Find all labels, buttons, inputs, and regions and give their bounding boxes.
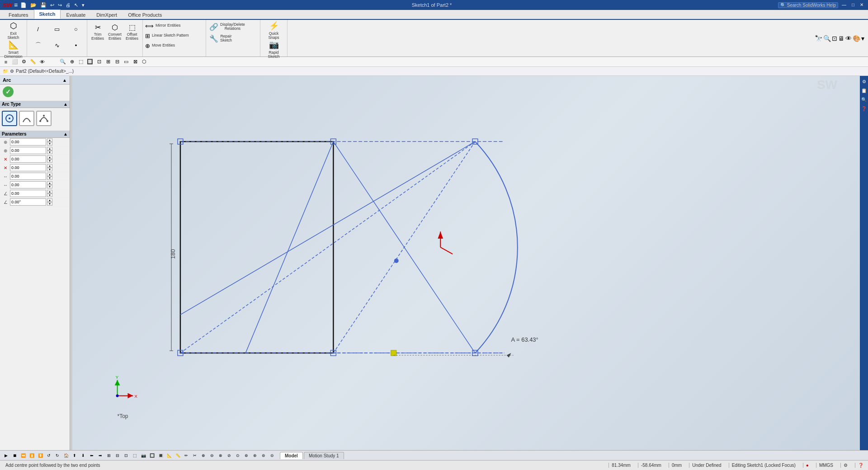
param-cx-down[interactable]: ▼	[47, 142, 52, 146]
view-icon-2[interactable]: ⊕	[68, 58, 76, 66]
bottom-toolbar-icon-22[interactable]: ✏	[182, 451, 190, 460]
param-ex-down[interactable]: ▼	[47, 159, 52, 163]
repair-sketch-button[interactable]: 🔧 RepairSketch	[208, 33, 233, 44]
right-panel-icon-2[interactable]: 📋	[860, 87, 868, 94]
redo-icon[interactable]: ↪	[57, 2, 63, 8]
bottom-toolbar-icon-21[interactable]: 📏	[174, 451, 182, 460]
bottom-toolbar-icon-16[interactable]: ⬚	[131, 451, 139, 460]
linear-sketch-pattern-button[interactable]: ⊞ Linear Sketch Pattern	[144, 31, 190, 41]
param-angle2-input[interactable]	[10, 198, 46, 206]
param-cx-up[interactable]: ▲	[47, 138, 52, 142]
undo-icon[interactable]: ↩	[49, 2, 55, 8]
bottom-toolbar-icon-3[interactable]: ⏪	[19, 451, 27, 460]
tab-office-products[interactable]: Office Products	[123, 10, 167, 19]
param-cx-input[interactable]	[10, 138, 46, 146]
view-icon-4[interactable]: 🔲	[86, 58, 94, 66]
bottom-toolbar-icon-7[interactable]: ↻	[53, 451, 61, 460]
circle-button[interactable]: ○	[67, 21, 85, 37]
center-point-arc-button[interactable]	[2, 111, 17, 126]
view-icon-7[interactable]: ⊟	[113, 58, 121, 66]
trim-entities-button[interactable]: ✂ TrimEntities	[89, 22, 106, 42]
view-icon-5[interactable]: ⊡	[95, 58, 103, 66]
convert-entities-button[interactable]: ⬡ ConvertEntities	[106, 22, 123, 42]
param-r2-up[interactable]: ▲	[47, 181, 52, 185]
open-icon[interactable]: 📂	[29, 2, 38, 8]
param-cy-up[interactable]: ▲	[47, 147, 52, 150]
dim-xpert-manager-icon[interactable]: 📏	[29, 58, 37, 66]
param-angle-down[interactable]: ▼	[47, 193, 52, 197]
bottom-toolbar-icon-1[interactable]: ▶	[2, 451, 10, 460]
offset-entities-button[interactable]: ⬚ OffsetEntities	[123, 22, 141, 42]
ok-button[interactable]: ✓	[3, 86, 14, 97]
bottom-toolbar-icon-30[interactable]: ⊛	[251, 451, 259, 460]
bottom-toolbar-icon-4[interactable]: ⏫	[28, 451, 36, 460]
bottom-toolbar-icon-5[interactable]: ⏬	[36, 451, 44, 460]
bottom-toolbar-icon-24[interactable]: ⊕	[199, 451, 208, 460]
bottom-toolbar-icon-8[interactable]: 🏠	[62, 451, 70, 460]
exit-sketch-button[interactable]: ⬡ Exit Sketch	[4, 21, 23, 40]
bottom-toolbar-icon-29[interactable]: ⊚	[242, 451, 250, 460]
right-panel-icon-3[interactable]: 🔍	[860, 96, 868, 103]
new-icon[interactable]: 📄	[19, 2, 28, 8]
tab-model[interactable]: Model	[280, 452, 303, 459]
tab-dimxpert[interactable]: DimXpert	[91, 10, 122, 19]
bottom-toolbar-icon-23[interactable]: ✂	[191, 451, 199, 460]
status-options-button[interactable]: ⚙	[840, 463, 850, 468]
right-panel-icon-1[interactable]: ⚙	[860, 78, 868, 85]
bottom-toolbar-icon-26[interactable]: ⊗	[217, 451, 225, 460]
param-angle2-down[interactable]: ▼	[47, 202, 52, 206]
panel-collapse-button[interactable]: ▲	[62, 78, 67, 83]
line-button[interactable]: /	[29, 21, 47, 37]
spline-button[interactable]: ∿	[48, 37, 66, 53]
param-r2-input[interactable]	[10, 181, 46, 188]
arc-button[interactable]: ⌒	[29, 37, 47, 53]
right-panel-icon-4[interactable]: ❓	[860, 105, 868, 112]
select-icon[interactable]: ↖	[73, 2, 79, 8]
param-r-input[interactable]	[10, 173, 46, 180]
bottom-toolbar-icon-32[interactable]: ⊝	[268, 451, 276, 460]
view-hide-icon[interactable]: 👁	[845, 35, 852, 42]
view-more-icon[interactable]: ▾	[861, 35, 864, 42]
title-bar-menu-icon[interactable]: ≡	[14, 1, 18, 9]
config-manager-icon[interactable]: ⚙	[20, 58, 28, 66]
view-icon-3[interactable]: ⬚	[77, 58, 85, 66]
param-angle-input[interactable]	[10, 190, 46, 197]
smart-dimension-button[interactable]: 📐 SmartDimension	[4, 40, 23, 59]
param-cy-down[interactable]: ▼	[47, 150, 52, 154]
param-cy-input[interactable]	[10, 147, 46, 154]
param-angle-up[interactable]: ▲	[47, 190, 52, 193]
display-manager-icon[interactable]: 👁	[38, 58, 46, 66]
bottom-toolbar-icon-12[interactable]: ➡	[96, 451, 104, 460]
search-box[interactable]: 🔍 Search SolidWorks Help	[778, 2, 838, 8]
param-r2-down[interactable]: ▼	[47, 185, 52, 188]
param-ey-down[interactable]: ▼	[47, 168, 52, 171]
tab-motion-study[interactable]: Motion Study 1	[304, 452, 344, 459]
minimize-button[interactable]: —	[840, 2, 848, 8]
params-section-header[interactable]: Parameters ▲	[0, 131, 70, 138]
print-icon[interactable]: 🖨	[65, 2, 71, 8]
rectangle-button[interactable]: ▭	[48, 21, 66, 37]
display-delete-relations-button[interactable]: 🔗 Display/DeleteRelations	[208, 21, 246, 33]
bottom-toolbar-icon-17[interactable]: 📷	[139, 451, 147, 460]
view-icon-1[interactable]: 🔍	[59, 58, 67, 66]
options-dropdown[interactable]: ▾	[81, 2, 85, 8]
bottom-toolbar-icon-6[interactable]: ↺	[45, 451, 53, 460]
bottom-toolbar-icon-10[interactable]: ⬇	[79, 451, 87, 460]
param-ex-input[interactable]	[10, 155, 46, 163]
param-ey-up[interactable]: ▲	[47, 164, 52, 168]
bottom-toolbar-icon-2[interactable]: ⏹	[10, 451, 19, 460]
property-manager-icon[interactable]: ⬜	[11, 58, 19, 66]
help-button[interactable]: ❓	[855, 463, 866, 468]
bottom-toolbar-icon-25[interactable]: ⊖	[208, 451, 216, 460]
view-icon-8[interactable]: ▭	[122, 58, 130, 66]
tab-evaluate[interactable]: Evaluate	[61, 10, 91, 19]
view-display-icon[interactable]: 🖥	[838, 35, 844, 42]
view-orientation-icon[interactable]: 🔭	[815, 35, 822, 42]
feature-manager-icon[interactable]: ≡	[2, 58, 10, 66]
bottom-toolbar-icon-27[interactable]: ⊘	[225, 451, 233, 460]
bottom-toolbar-icon-20[interactable]: 📐	[165, 451, 173, 460]
close-button[interactable]: ✕	[858, 2, 865, 8]
param-r-down[interactable]: ▼	[47, 176, 52, 180]
rapid-sketch-button[interactable]: 📷 RapidSketch	[264, 40, 283, 59]
param-r-up[interactable]: ▲	[47, 173, 52, 176]
